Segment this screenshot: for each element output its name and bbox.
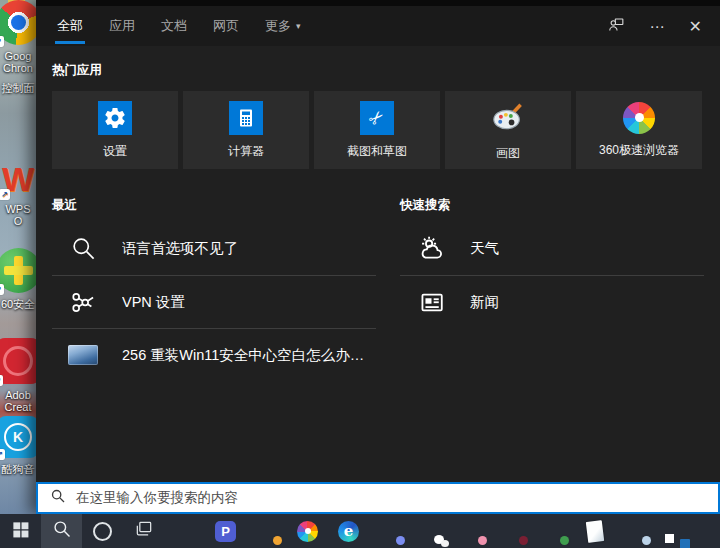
desktop-strip: 控制面 W↗ WPS O ↗ 60安全 ↗ Adob Creat K↗ 酷狗音 … xyxy=(0,0,36,514)
taskbar-button-start[interactable] xyxy=(0,514,41,548)
taskbar-button-chrome-1[interactable] xyxy=(164,514,205,548)
taskbar-button-chrome-5[interactable] xyxy=(492,514,533,548)
tab[interactable]: 文档 xyxy=(161,6,187,46)
hot-apps-header: 热门应用 xyxy=(52,62,720,79)
recent-list: 语言首选项不见了 VPN 设置 256 重装Win11安全中心空白怎么办视... xyxy=(52,222,376,381)
tab-bar: 全部 应用 文档 网页 更多 ▾ xyxy=(36,0,720,46)
search-icon xyxy=(50,488,66,508)
desktop-icon-wps-office[interactable]: W↗ WPS O xyxy=(0,160,36,227)
blue-p-icon: P xyxy=(215,521,236,542)
vpn-icon xyxy=(68,289,98,316)
quick-search-list: 天气 新闻 xyxy=(400,222,704,328)
desktop-icon-kugou[interactable]: K↗ 酷狗音 xyxy=(0,416,36,475)
taskbar-button-notepad[interactable] xyxy=(574,514,615,548)
taskbar-button-360-browser[interactable] xyxy=(287,514,328,548)
kugou-icon: K↗ xyxy=(0,416,36,458)
search-input[interactable]: 在这里输入你要搜索的内容 xyxy=(36,482,720,514)
profile-badge xyxy=(478,536,487,545)
pinwheel-sm-icon xyxy=(297,521,318,542)
tb-search-icon xyxy=(52,519,72,543)
taskbar: P e xyxy=(0,514,720,548)
taskbar-button-vmware[interactable] xyxy=(656,514,697,548)
account-icon[interactable] xyxy=(607,15,626,38)
tab[interactable]: 网页 xyxy=(213,6,239,46)
recent-item[interactable]: 语言首选项不见了 xyxy=(52,222,376,275)
hot-app-tile[interactable]: 画图 xyxy=(445,91,571,169)
safe360-icon: ↗ xyxy=(0,248,36,293)
profile-badge xyxy=(560,536,569,545)
calculator-icon xyxy=(229,101,263,135)
news-icon xyxy=(416,288,446,317)
tab[interactable]: 应用 xyxy=(109,6,135,46)
profile-badge xyxy=(273,536,282,545)
hot-app-tile[interactable]: 360极速浏览器 xyxy=(576,91,702,169)
profile-badge xyxy=(519,536,528,545)
taskbar-button-chrome-7[interactable] xyxy=(615,514,656,548)
taskbar-button-blue-p-app[interactable]: P xyxy=(205,514,246,548)
taskbar-button-cortana[interactable] xyxy=(82,514,123,548)
quick-search-item[interactable]: 天气 xyxy=(400,222,704,275)
taskbar-button-edge[interactable]: e xyxy=(328,514,369,548)
taskbar-button-chrome-3[interactable] xyxy=(369,514,410,548)
hot-app-tile[interactable]: 设置 xyxy=(52,91,178,169)
taskbar-button-wechat[interactable] xyxy=(410,514,451,548)
profile-badge xyxy=(396,536,405,545)
desktop-icon-360-safe[interactable]: ↗ 60安全 xyxy=(0,248,36,310)
quick-search-header: 快速搜索 xyxy=(400,197,704,214)
taskbar-button-search[interactable] xyxy=(41,514,82,548)
start-icon xyxy=(11,520,30,543)
recent-header: 最近 xyxy=(52,197,376,214)
chrome-big-icon: ↗ xyxy=(0,0,36,45)
taskbar-button-task-view[interactable] xyxy=(123,514,164,548)
paint-icon xyxy=(491,99,525,137)
taskbar-button-chrome-6[interactable] xyxy=(533,514,574,548)
taskbar-button-chrome-4[interactable] xyxy=(451,514,492,548)
tab-label: 文档 xyxy=(161,17,187,35)
hot-app-tile[interactable]: 计算器 xyxy=(183,91,309,169)
pinwheel-icon xyxy=(623,102,655,134)
snip-icon: ✂ xyxy=(360,101,394,135)
tabs: 全部 应用 文档 网页 更多 ▾ xyxy=(57,6,327,46)
tab[interactable]: 更多 ▾ xyxy=(265,6,301,46)
search-panel: 全部 应用 文档 网页 更多 ▾ xyxy=(36,0,720,514)
profile-badge xyxy=(642,536,651,545)
more-options-icon[interactable]: ⋯ xyxy=(650,19,665,34)
hot-apps-row: 设置 计算器 ✂ 截图和草图 画图 360极速浏览器 xyxy=(52,91,704,169)
results-columns: 最近 语言首选项不见了 VPN 设置 256 重装Win11安全中心空白怎么办视… xyxy=(52,197,704,381)
recent-section: 最近 语言首选项不见了 VPN 设置 256 重装Win11安全中心空白怎么办视… xyxy=(52,197,376,381)
tab-label: 更多 xyxy=(265,17,291,35)
notepad-icon xyxy=(587,521,603,542)
wps-icon: W↗ xyxy=(2,160,34,198)
hot-app-tile[interactable]: ✂ 截图和草图 xyxy=(314,91,440,169)
windows-search-screen: 控制面 W↗ WPS O ↗ 60安全 ↗ Adob Creat K↗ 酷狗音 … xyxy=(0,0,720,548)
tab-label: 应用 xyxy=(109,17,135,35)
adobecc-icon: ↗ xyxy=(0,338,36,384)
tab-label: 全部 xyxy=(57,17,83,35)
topbar-actions: ⋯ ✕ xyxy=(607,6,702,46)
video-thumb-icon xyxy=(68,345,98,365)
recent-item[interactable]: 256 重装Win11安全中心空白怎么办视... xyxy=(52,328,376,381)
close-icon[interactable]: ✕ xyxy=(689,19,702,34)
cortana-icon xyxy=(93,522,112,541)
chevron-down-icon: ▾ xyxy=(296,21,301,31)
search-icon xyxy=(68,235,98,262)
quick-search-section: 快速搜索 天气 新闻 xyxy=(400,197,704,381)
weather-icon xyxy=(416,234,446,263)
quick-search-item[interactable]: 新闻 xyxy=(400,275,704,328)
search-placeholder: 在这里输入你要搜索的内容 xyxy=(76,489,238,507)
tab-label: 网页 xyxy=(213,17,239,35)
taskbar-button-chrome-2[interactable] xyxy=(246,514,287,548)
settings-icon xyxy=(98,101,132,135)
desktop-icon-google-chrome[interactable]: ↗ Goog Chron xyxy=(0,0,36,74)
edge-icon: e xyxy=(338,521,359,542)
desktop-icon-control-panel[interactable]: 控制面 xyxy=(0,82,36,94)
recent-item[interactable]: VPN 设置 xyxy=(52,275,376,328)
desktop-icon-adobe-creative-cloud[interactable]: ↗ Adob Creat xyxy=(0,338,36,413)
tab[interactable]: 全部 xyxy=(57,6,83,46)
task-view-icon xyxy=(134,519,154,543)
